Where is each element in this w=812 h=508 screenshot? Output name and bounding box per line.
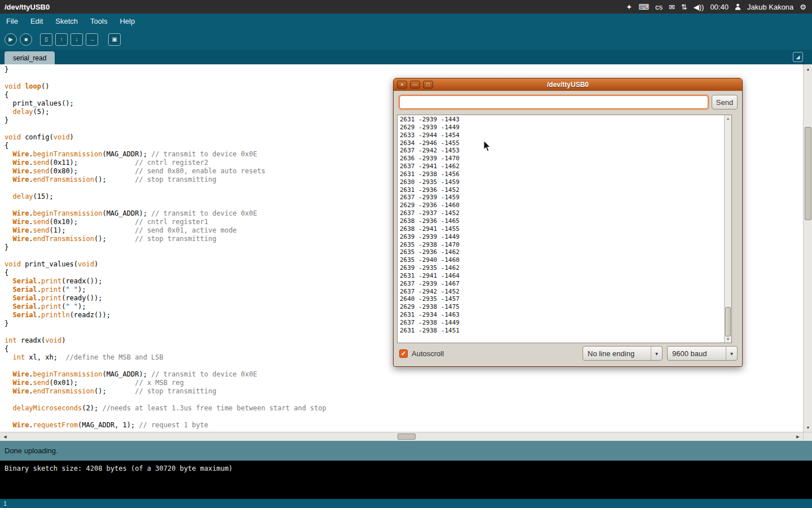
corner-arrow-icon: ◢ — [796, 54, 800, 60]
menubar: File Edit Sketch Tools Help — [0, 14, 812, 29]
serial-output-area[interactable]: 2631 -2939 -1443 2629 -2939 -1449 2633 -… — [397, 115, 732, 343]
line-ending-value: No line ending — [583, 347, 651, 360]
tabbar: serial_read ◢ — [0, 50, 812, 64]
status-text: Done uploading. — [5, 446, 58, 455]
serial-monitor-titlebar[interactable]: × — □ /dev/ttyUSB0 — [394, 78, 742, 91]
autoscroll-label: Autoscroll — [412, 349, 444, 358]
menu-sketch[interactable]: Sketch — [49, 14, 84, 29]
check-icon: ✓ — [401, 350, 406, 357]
scrollbar-corner — [803, 432, 812, 441]
new-sketch-button[interactable]: ▯ — [40, 33, 52, 46]
menu-edit[interactable]: Edit — [24, 14, 49, 29]
play-icon: ▶ — [8, 37, 13, 42]
upload-button[interactable]: → — [86, 33, 98, 46]
serial-scroll-thumb[interactable] — [725, 307, 731, 336]
menu-tools[interactable]: Tools — [84, 14, 113, 29]
user-name[interactable]: Jakub Kakona — [747, 3, 793, 11]
scroll-left-arrow[interactable]: ◀ — [1, 433, 10, 441]
session-gear-icon[interactable]: ⚙ — [800, 3, 806, 11]
stop-icon: ■ — [24, 37, 28, 42]
chevron-down-icon: ▾ — [651, 347, 662, 360]
editor-vscrollbar[interactable]: ▲ ▼ — [803, 64, 812, 432]
serial-scroll-down-arrow[interactable]: ▼ — [725, 336, 731, 343]
arrow-up-icon: ↑ — [60, 37, 63, 42]
editor-vscroll-thumb[interactable] — [805, 127, 811, 220]
top-panel: /dev/ttyUSB0 ✦ ⌨ cs ✉ ⇅ ◀)) 00:40 Jakub … — [0, 0, 812, 14]
user-icon — [735, 3, 741, 10]
sync-arrows-icon[interactable]: ⇅ — [681, 3, 687, 11]
serial-monitor-title: /dev/ttyUSB0 — [547, 81, 589, 89]
menu-help[interactable]: Help — [113, 14, 141, 29]
minimize-button[interactable]: — — [410, 81, 420, 89]
scroll-up-arrow[interactable]: ▲ — [804, 65, 812, 73]
serial-scroll-up-arrow[interactable]: ▲ — [725, 115, 731, 122]
serial-scrollbar[interactable]: ▲ ▼ — [724, 115, 731, 343]
scroll-down-arrow[interactable]: ▼ — [804, 423, 812, 431]
serial-monitor-button[interactable]: ▣ — [108, 33, 121, 46]
editor-hscroll-thumb[interactable] — [398, 433, 416, 440]
window-buttons: × — □ — [397, 81, 433, 89]
maximize-button[interactable]: □ — [423, 81, 433, 89]
maximize-icon: □ — [426, 82, 429, 87]
tab-overflow-button[interactable]: ◢ — [793, 52, 803, 62]
send-button[interactable]: Send — [712, 95, 738, 110]
line-number: 1 — [3, 500, 7, 507]
tab-serial-read[interactable]: serial_read — [5, 51, 55, 64]
autoscroll-checkbox[interactable]: ✓ — [399, 349, 408, 358]
panel-window-title: /dev/ttyUSB0 — [5, 3, 50, 11]
serial-output: 2631 -2939 -1443 2629 -2939 -1449 2633 -… — [400, 116, 729, 340]
baud-rate-select[interactable]: 9600 baud ▾ — [667, 346, 738, 361]
system-tray: ✦ ⌨ cs ✉ ⇅ ◀)) 00:40 Jakub Kakona ⚙ — [626, 3, 806, 11]
clock[interactable]: 00:40 — [710, 3, 729, 11]
indicator-applet-icon[interactable]: ✦ — [626, 3, 632, 11]
desktop: /dev/ttyUSB0 ✦ ⌨ cs ✉ ⇅ ◀)) 00:40 Jakub … — [0, 0, 812, 508]
console: Binary sketch size: 4208 bytes (of a 307… — [0, 461, 812, 499]
line-ending-select[interactable]: No line ending ▾ — [582, 346, 663, 361]
verify-button[interactable]: ▶ — [5, 33, 17, 46]
baud-rate-value: 9600 baud — [668, 347, 726, 360]
arrow-right-icon: → — [89, 37, 95, 42]
monitor-icon: ▣ — [112, 37, 117, 42]
keyboard-icon[interactable]: ⌨ — [638, 3, 649, 11]
serial-monitor-window: × — □ /dev/ttyUSB0 Send 2631 -2939 -1443… — [393, 78, 743, 367]
editor-hscrollbar[interactable]: ◀ ▶ — [0, 432, 803, 441]
menu-file[interactable]: File — [0, 14, 24, 29]
toolbar: ▶ ■ ▯ ↑ ↓ → ▣ — [0, 29, 812, 50]
chevron-down-icon: ▾ — [726, 347, 737, 360]
close-icon: × — [400, 82, 403, 87]
serial-send-input[interactable] — [399, 95, 708, 109]
tab-label: serial_read — [13, 54, 46, 62]
page-icon: ▯ — [45, 37, 48, 42]
keyboard-layout-label[interactable]: cs — [655, 3, 663, 11]
scroll-right-arrow[interactable]: ▶ — [793, 433, 802, 441]
serial-monitor-footer: ✓ Autoscroll No line ending ▾ 9600 baud … — [399, 346, 738, 361]
open-button[interactable]: ↑ — [55, 33, 68, 46]
line-indicator-bar: 1 — [0, 499, 812, 508]
volume-icon[interactable]: ◀)) — [694, 3, 704, 11]
minimize-icon: — — [413, 82, 418, 87]
status-bar: Done uploading. — [0, 441, 812, 461]
mail-icon[interactable]: ✉ — [669, 3, 675, 11]
arrow-down-icon: ↓ — [76, 37, 78, 42]
close-button[interactable]: × — [397, 81, 407, 89]
console-text: Binary sketch size: 4208 bytes (of a 307… — [5, 465, 812, 472]
stop-button[interactable]: ■ — [20, 33, 32, 46]
save-button[interactable]: ↓ — [70, 33, 83, 46]
